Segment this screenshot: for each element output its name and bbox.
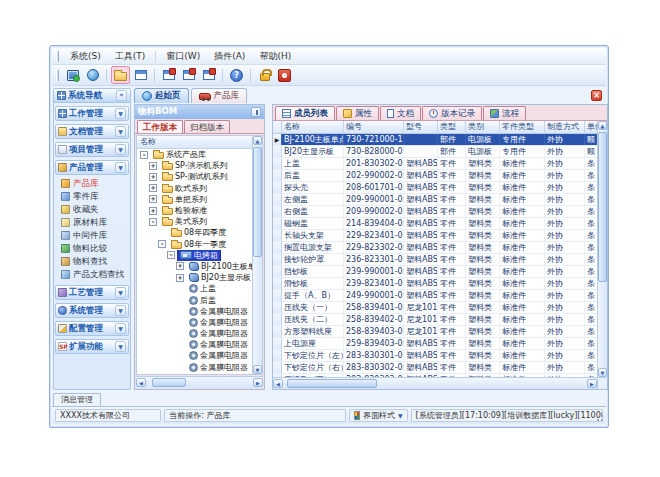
cascade-window-button[interactable]: [179, 66, 198, 84]
tree-expander[interactable]: +: [149, 184, 157, 192]
lock-button[interactable]: [255, 66, 274, 84]
message-tab[interactable]: 消息管理: [53, 393, 101, 406]
scrollbar-thumb[interactable]: [152, 378, 186, 387]
sidebar-section-header[interactable]: 工作管理▼: [55, 106, 129, 121]
tree-horizontal-scrollbar[interactable]: ◀ ▶: [136, 376, 263, 388]
table-row[interactable]: 上盖201-830302-00I塑料ABS零件塑料类标准件外协条: [273, 158, 597, 170]
table-row[interactable]: 压线夹（二）258-839402-00I尼龙1010零件塑料类标准件外协条: [273, 314, 597, 326]
chevron-down-icon[interactable]: ▼: [115, 287, 126, 298]
table-vertical-scrollbar[interactable]: ▲ ▼: [597, 121, 607, 377]
table-row[interactable]: 上电源座259-839403-00I塑料ABS零件塑料类标准件外协条: [273, 338, 597, 350]
ui-style-selector[interactable]: 界面样式 ▼: [349, 409, 408, 422]
tree-node[interactable]: 金属膜电阻器: [137, 306, 252, 317]
table-row[interactable]: 搁置电源支架229-823302-00I塑料ABS零件塑料类标准件外协条: [273, 242, 597, 254]
member-tab[interactable]: 成员列表: [275, 106, 335, 120]
table-row[interactable]: 探头壳208-601701-01I塑料ABS零件塑料类标准件外协条: [273, 182, 597, 194]
sidebar-item[interactable]: 物料查找: [54, 255, 130, 268]
sidebar-item[interactable]: 收藏夹: [54, 203, 130, 216]
sidebar-section-header[interactable]: 系统管理▼: [55, 303, 129, 318]
table-row[interactable]: 下钞定位片（右）283-830302-00I塑料ABS零件塑料类标准件外协条: [273, 362, 597, 374]
scroll-up-icon[interactable]: ▲: [253, 136, 262, 145]
sidebar-section-header[interactable]: 产品管理▼: [55, 160, 129, 175]
column-header[interactable]: 型号: [404, 121, 438, 134]
table-row[interactable]: 滑钞板239-823401-00I塑料ABS零件塑料类标准件外协条: [273, 278, 597, 290]
tree-expander[interactable]: -: [158, 240, 166, 248]
tree-expander[interactable]: -: [140, 151, 148, 159]
tree-node[interactable]: 金属膜电阻器: [137, 339, 252, 350]
tree-node[interactable]: -电烤箱: [137, 250, 252, 261]
member-tab[interactable]: 流程: [483, 106, 526, 120]
window-layout-button[interactable]: [131, 66, 150, 84]
tree-column-header[interactable]: 名称: [137, 136, 252, 149]
tree-node[interactable]: +检验标准: [137, 205, 252, 216]
tree-node[interactable]: -美式系列: [137, 216, 252, 227]
table-row[interactable]: 挡钞板239-990001-01I塑料ABS零件塑料类标准件外协条: [273, 266, 597, 278]
sidebar-collapse-button[interactable]: «: [116, 90, 127, 101]
tree-expander[interactable]: +: [149, 173, 157, 181]
menu-grip[interactable]: [56, 51, 59, 62]
table-horizontal-scrollbar[interactable]: ◀ ▶: [273, 377, 597, 389]
scroll-down-icon[interactable]: ▼: [253, 365, 262, 374]
tree-expander[interactable]: +: [149, 195, 157, 203]
tree-node[interactable]: 金属膜电阻器: [137, 350, 252, 361]
table-row[interactable]: 提手（A、B）249-990001-01I塑料ABS零件塑料类标准件外协条: [273, 290, 597, 302]
pin-icon[interactable]: [251, 107, 261, 117]
column-header[interactable]: 零件类型: [500, 121, 545, 134]
scrollbar-thumb[interactable]: [287, 379, 377, 388]
scroll-right-icon[interactable]: ▶: [253, 378, 263, 387]
scroll-left-icon[interactable]: ◀: [136, 378, 146, 387]
scrollbar-thumb[interactable]: [598, 132, 607, 282]
menu-item[interactable]: 窗口(W): [159, 49, 207, 63]
tree-node[interactable]: +SP-测试机系列: [137, 171, 252, 182]
resize-grip[interactable]: [601, 419, 603, 421]
monitor-button[interactable]: [63, 66, 82, 84]
column-header[interactable]: 制造方式: [545, 121, 585, 134]
tree-expander[interactable]: +: [149, 162, 157, 170]
sidebar-section-header[interactable]: 文档管理▼: [55, 124, 129, 139]
tree-node[interactable]: 金属膜电阻器: [137, 362, 252, 373]
chevron-down-icon[interactable]: ▼: [115, 323, 126, 334]
scroll-down-icon[interactable]: ▼: [598, 368, 607, 377]
tree-node[interactable]: 08年四季度: [137, 227, 252, 238]
chevron-down-icon[interactable]: ▼: [115, 162, 126, 173]
bom-version-tab[interactable]: 归档版本: [184, 120, 230, 133]
table-row[interactable]: 接钞轮护罩236-823301-00I塑料ABS零件塑料类标准件外协条: [273, 254, 597, 266]
tree-node[interactable]: 金属膜电阻器: [137, 317, 252, 328]
menu-item[interactable]: 帮助(H): [252, 49, 298, 63]
new-window-button[interactable]: [159, 66, 178, 84]
chevron-down-icon[interactable]: ▼: [115, 341, 126, 352]
sidebar-item[interactable]: 产品文档查找: [54, 268, 130, 281]
member-tab[interactable]: 版本记录: [422, 106, 482, 120]
help-button[interactable]: [227, 66, 246, 84]
tree-node[interactable]: 上盖: [137, 283, 252, 294]
tree-node[interactable]: +单把系列: [137, 194, 252, 205]
table-row[interactable]: 右侧盖209-990002-01I塑料ABS零件塑料类标准件外协条: [273, 206, 597, 218]
close-document-button[interactable]: ×: [591, 90, 602, 101]
sidebar-section-header[interactable]: 工艺管理▼: [55, 285, 129, 300]
tree-expander[interactable]: -: [167, 251, 175, 259]
table-row[interactable]: BJ20主显示板730-828000-04I部件电源板专用件外协颗: [273, 146, 597, 158]
scroll-up-icon[interactable]: ▲: [598, 121, 607, 130]
globe-button[interactable]: [83, 66, 102, 84]
chevron-down-icon[interactable]: ▼: [115, 144, 126, 155]
tree-expander[interactable]: -: [149, 218, 157, 226]
table-row[interactable]: 长轴头支架229-823401-00I塑料ABS零件塑料类标准件外协条: [273, 230, 597, 242]
sidebar-item[interactable]: 中间件库: [54, 229, 130, 242]
tree-vertical-scrollbar[interactable]: ▲ ▼: [252, 136, 262, 374]
bom-version-tab[interactable]: 工作版本: [137, 120, 183, 133]
chevron-down-icon[interactable]: ▼: [115, 126, 126, 137]
scroll-right-icon[interactable]: ▶: [587, 379, 597, 388]
tree-node[interactable]: +SP-演示机系列: [137, 160, 252, 171]
tree-node[interactable]: 独石电容器: [137, 373, 252, 374]
menu-item[interactable]: 工具(T): [108, 49, 153, 63]
scrollbar-track[interactable]: [283, 378, 587, 389]
column-header[interactable]: 名称: [282, 121, 344, 134]
tree-node[interactable]: +欧式系列: [137, 183, 252, 194]
sidebar-item[interactable]: 物料比较: [54, 242, 130, 255]
document-tab[interactable]: 起始页: [134, 88, 189, 103]
table-row[interactable]: ▶BJ-2100主板单点730-721000-12I部件电源板专用件外协颗: [273, 134, 597, 146]
table-row[interactable]: 左侧盖209-990001-01I塑料ABS零件塑料类标准件外协条: [273, 194, 597, 206]
tree-node[interactable]: -08年一季度: [137, 239, 252, 250]
scrollbar-thumb[interactable]: [253, 147, 262, 257]
tree-node[interactable]: +BJ20主显示板: [137, 272, 252, 283]
